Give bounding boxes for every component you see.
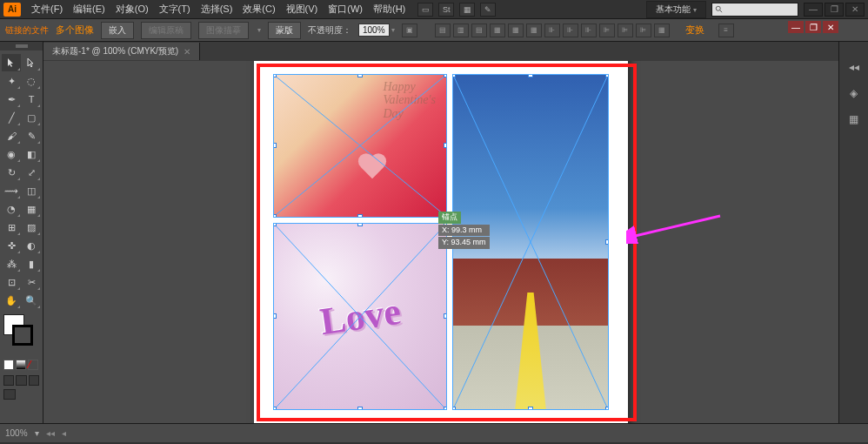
menubar: Ai 文件(F) 编辑(E) 对象(O) 文字(T) 选择(S) 效果(C) 视… <box>0 0 868 19</box>
close-tab-icon[interactable]: ✕ <box>184 47 190 57</box>
toolbox-handle[interactable] <box>0 42 43 50</box>
menu-effect[interactable]: 效果(C) <box>237 1 280 17</box>
eyedropper-tool[interactable]: ✜ <box>2 237 21 254</box>
mesh-tool[interactable]: ⊞ <box>2 219 21 236</box>
document-tabs: 未标题-1* @ 100% (CMYK/预览) ✕ <box>43 42 838 61</box>
search-input[interactable] <box>711 3 798 17</box>
embed-button[interactable]: 嵌入 <box>101 22 134 39</box>
subwindow-minimize[interactable]: — <box>788 21 804 33</box>
dist-top-icon[interactable]: ⊫ <box>599 24 615 37</box>
menu-text[interactable]: 文字(T) <box>154 1 196 17</box>
toolbar-icon-1[interactable]: ▭ <box>417 3 433 17</box>
slice-tool[interactable]: ✂ <box>22 273 41 291</box>
love-text: Love <box>317 289 403 344</box>
document-tab[interactable]: 未标题-1* @ 100% (CMYK/预览) ✕ <box>43 43 200 60</box>
svg-line-1 <box>720 10 723 12</box>
subwindow-close[interactable]: ✕ <box>823 21 838 33</box>
gradient-mode-icon[interactable] <box>16 360 26 370</box>
properties-panel-icon[interactable]: ▦ <box>845 111 863 127</box>
menu-view[interactable]: 视图(V) <box>281 1 324 17</box>
menu-edit[interactable]: 编辑(E) <box>68 1 110 17</box>
pen-tool[interactable]: ✒ <box>2 91 21 108</box>
paintbrush-tool[interactable]: 🖌 <box>2 127 21 145</box>
prev-artboard-icon[interactable]: ◂◂ <box>46 428 55 438</box>
dist-bottom-icon[interactable]: ⊫ <box>636 24 651 37</box>
rotate-tool[interactable]: ↻ <box>2 164 21 181</box>
align-bottom-icon[interactable]: ▦ <box>526 24 542 37</box>
search-icon <box>715 5 724 14</box>
pencil-tool[interactable]: ✎ <box>22 127 41 145</box>
align-top-icon[interactable]: ▦ <box>490 24 505 37</box>
align-right-icon[interactable]: ▤ <box>471 24 487 37</box>
maximize-button[interactable]: ❐ <box>825 3 844 17</box>
lasso-tool[interactable]: ◌ <box>22 72 41 90</box>
none-mode-icon[interactable]: ⁄ <box>28 360 38 370</box>
scale-tool[interactable]: ⤢ <box>22 164 41 181</box>
placed-image-candy[interactable] <box>273 74 447 218</box>
dist-hcenter-icon[interactable]: ⊪ <box>563 24 578 37</box>
dist-right-icon[interactable]: ⊪ <box>581 24 597 37</box>
x-coord: X: 99.3 mm <box>438 225 490 237</box>
workspace-switcher[interactable]: 基本功能 ▾ <box>646 1 706 18</box>
y-coord: Y: 93.45 mm <box>438 237 490 249</box>
layers-panel-icon[interactable]: ◈ <box>845 85 863 101</box>
smart-guide-tooltip: 锚点 X: 99.3 mm Y: 93.45 mm <box>438 212 490 249</box>
selection-tool[interactable] <box>2 54 21 71</box>
close-button[interactable]: ✕ <box>845 3 865 17</box>
toolbar-icon-4[interactable]: ✎ <box>480 3 496 17</box>
column-graph-tool[interactable]: ▮ <box>22 255 41 272</box>
line-tool[interactable]: ╱ <box>2 109 21 126</box>
dist-vcenter-icon[interactable]: ⊫ <box>618 24 633 37</box>
artboard-tool[interactable]: ⊡ <box>2 273 21 291</box>
rectangle-tool[interactable]: ▢ <box>22 109 41 126</box>
style-icon[interactable]: ▣ <box>402 24 417 37</box>
drawing-mode-behind-icon[interactable] <box>16 375 26 386</box>
blob-brush-tool[interactable]: ◉ <box>2 145 21 163</box>
drawing-mode-inside-icon[interactable] <box>29 375 39 386</box>
symbol-sprayer-tool[interactable]: ⁂ <box>2 255 21 272</box>
blend-tool[interactable]: ◐ <box>22 237 41 254</box>
toolbar-icon-3[interactable]: ▦ <box>459 3 475 17</box>
prev-icon[interactable]: ◂ <box>62 428 66 438</box>
canvas[interactable]: Love 锚点 X: 99.3 mm Y: 93.45 mm <box>43 61 838 423</box>
menu-window[interactable]: 窗口(W) <box>323 1 368 17</box>
toolbox: ✦ ◌ ✒ T ╱ ▢ 🖌 ✎ ◉ ◧ ↻ ⤢ ⟿ ◫ ◔ ▦ ⊞ ▨ ✜ ◐ … <box>0 42 43 423</box>
free-transform-tool[interactable]: ◫ <box>22 182 41 199</box>
menu-object[interactable]: 对象(O) <box>110 1 154 17</box>
align-hcenter-icon[interactable]: ▥ <box>453 24 469 37</box>
type-tool[interactable]: T <box>22 91 41 108</box>
toolbar-icon-2[interactable]: St <box>438 3 454 17</box>
color-mode-icon[interactable] <box>3 360 14 370</box>
panel-expand-icon[interactable]: ◂◂ <box>845 59 863 75</box>
zoom-value[interactable]: 100% <box>5 428 28 438</box>
eraser-tool[interactable]: ◧ <box>22 145 41 163</box>
svg-point-0 <box>716 6 720 10</box>
screen-mode-icon[interactable] <box>3 389 16 400</box>
align-to-icon[interactable]: ▦ <box>654 24 670 37</box>
image-trace-button[interactable]: 图像描摹 <box>198 22 249 39</box>
subwindow-maximize[interactable]: ❐ <box>805 21 821 33</box>
opacity-value[interactable]: 100% <box>358 24 390 37</box>
document-tab-label: 未标题-1* @ 100% (CMYK/预览) <box>52 45 178 57</box>
magic-wand-tool[interactable]: ✦ <box>2 72 21 90</box>
shape-builder-tool[interactable]: ◔ <box>2 200 21 218</box>
menu-file[interactable]: 文件(F) <box>26 1 68 17</box>
direct-selection-tool[interactable] <box>22 54 41 71</box>
menu-select[interactable]: 选择(S) <box>196 1 238 17</box>
transform-link[interactable]: 变换 <box>685 24 704 37</box>
dist-left-icon[interactable]: ⊪ <box>544 24 560 37</box>
stroke-swatch[interactable] <box>12 325 33 346</box>
width-tool[interactable]: ⟿ <box>2 182 21 199</box>
gradient-tool[interactable]: ▨ <box>22 219 41 236</box>
mask-button[interactable]: 蒙版 <box>268 22 301 39</box>
hand-tool[interactable]: ✋ <box>2 292 21 309</box>
placed-image-love[interactable]: Love <box>273 223 447 411</box>
align-left-icon[interactable]: ▤ <box>435 24 451 37</box>
perspective-grid-tool[interactable]: ▦ <box>22 200 41 218</box>
menu-help[interactable]: 帮助(H) <box>368 1 411 17</box>
align-vcenter-icon[interactable]: ▦ <box>508 24 524 37</box>
zoom-tool[interactable]: 🔍 <box>22 292 41 309</box>
drawing-mode-normal-icon[interactable] <box>3 375 14 386</box>
panel-menu-icon[interactable]: ≡ <box>718 24 734 37</box>
minimize-button[interactable]: — <box>804 3 823 17</box>
